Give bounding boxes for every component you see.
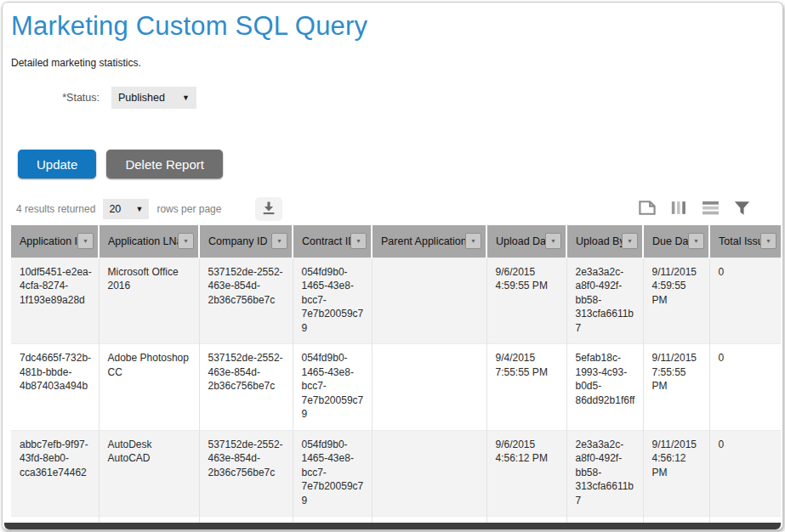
results-table: Application ID▼Application LName▼Company… — [11, 225, 781, 530]
column-header: Application ID▼ — [11, 225, 99, 258]
table-cell — [372, 430, 486, 517]
table-row[interactable]: 10df5451-e2ea-4cfa-8274-1f193e89a28dMicr… — [11, 258, 781, 344]
table-cell: 054fd9b0-1465-43e8-bcc7-7e7b20059c79 — [293, 430, 372, 517]
column-menu-button[interactable]: ▼ — [271, 233, 287, 249]
app-window: Marketing Custom SQL Query Detailed mark… — [2, 2, 783, 530]
column-header-label: Upload Date — [496, 235, 545, 247]
table-cell: 9/4/2015 7:55:55 PM — [486, 344, 566, 431]
chevron-down-icon: ▼ — [276, 238, 282, 244]
page-size-select[interactable]: 20 ▼ — [103, 199, 149, 219]
status-label: *Status: — [55, 92, 100, 104]
table-cell: 9/6/2015 4:59:55 PM — [486, 258, 566, 344]
rows-per-page-label: rows per page — [156, 203, 221, 215]
table-cell: 054fd9b0-1465-43e8-bcc7-7e7b20059c79 — [293, 344, 372, 431]
column-header: Company ID▼ — [199, 225, 293, 258]
results-count: 4 results returned — [16, 203, 95, 215]
columns-view-button[interactable] — [668, 200, 689, 218]
column-menu-button[interactable]: ▼ — [465, 233, 481, 249]
column-menu-button[interactable]: ▼ — [622, 233, 638, 249]
column-header-label: Company ID — [208, 235, 267, 247]
column-header-label: Application ID — [20, 235, 77, 247]
results-bar: 4 results returned 20 ▼ rows per page — [11, 196, 776, 222]
table-cell: 537152de-2552-463e-854d-2b36c756be7c — [199, 258, 293, 344]
table-cell: 2e3a3a2c-a8f0-492f-bb58-313cfa6611b7 — [566, 258, 643, 344]
table-row[interactable]: abbc7efb-9f97-43fd-8eb0-cca361e74462Auto… — [11, 430, 781, 517]
column-menu-button[interactable]: ▼ — [350, 233, 367, 249]
page-icon — [638, 200, 657, 218]
column-header-label: Application LName — [108, 235, 178, 247]
column-header-label: Contract ID — [302, 235, 350, 247]
table-cell: 5efab18c-1993-4c93-b0d5-86dd92b1f6ff — [566, 344, 643, 431]
columns-icon — [671, 200, 686, 218]
status-select[interactable]: Published ▼ — [111, 87, 196, 109]
chevron-down-icon: ▼ — [182, 93, 190, 102]
column-header-label: Parent Application ID — [381, 235, 465, 247]
rows-view-button[interactable] — [700, 200, 720, 218]
delete-report-button[interactable]: Delete Report — [106, 150, 223, 178]
table-cell: 0 — [709, 430, 781, 517]
button-row: Update Delete Report — [11, 150, 776, 178]
status-select-value: Published — [118, 92, 165, 104]
table-cell: 537152de-2552-463e-854d-2b36c756be7c — [199, 430, 293, 517]
table-cell: 0 — [709, 344, 781, 431]
table-cell: 9/11/2015 4:56:12 PM — [643, 430, 709, 517]
update-button[interactable]: Update — [18, 150, 96, 178]
table-header: Application ID▼Application LName▼Company… — [11, 225, 781, 258]
table-row[interactable]: 7dc4665f-732b-481b-bbde-4b87403a494bAdob… — [11, 344, 781, 431]
table-cell: 0 — [709, 258, 781, 344]
page-subtitle: Detailed marketing statistics. — [11, 57, 776, 70]
window-bottom-bar — [4, 523, 781, 529]
table-cell: 9/11/2015 7:55:55 PM — [643, 344, 709, 431]
chevron-down-icon: ▼ — [693, 238, 699, 244]
table-cell: 9/11/2015 4:59:55 PM — [643, 258, 709, 344]
chevron-down-icon: ▼ — [356, 238, 361, 244]
report-page: Marketing Custom SQL Query Detailed mark… — [3, 3, 782, 530]
chevron-down-icon: ▼ — [765, 238, 771, 244]
table-cell: AutoDesk AutoCAD — [99, 430, 199, 517]
grid-toolbar-icons — [637, 200, 771, 218]
rows-icon — [702, 201, 720, 218]
table-cell — [372, 258, 486, 344]
chevron-down-icon: ▼ — [470, 238, 476, 244]
page-title: Marketing Custom SQL Query — [11, 8, 776, 45]
table-cell: 054fd9b0-1465-43e8-bcc7-7e7b20059c79 — [293, 258, 372, 344]
page-view-button[interactable] — [637, 200, 657, 218]
column-header: Upload Date▼ — [486, 225, 566, 258]
download-button[interactable] — [255, 197, 282, 221]
chevron-down-icon: ▼ — [82, 238, 88, 244]
page-size-value: 20 — [109, 203, 121, 215]
table-cell — [372, 344, 486, 431]
table-cell: Adobe Photoshop CC — [99, 344, 199, 431]
table-cell: 7dc4665f-732b-481b-bbde-4b87403a494b — [11, 344, 99, 431]
table-cell: abbc7efb-9f97-43fd-8eb0-cca361e74462 — [11, 430, 99, 517]
column-menu-button[interactable]: ▼ — [178, 233, 194, 249]
table-cell: Microsoft Office 2016 — [99, 258, 199, 344]
filter-icon — [734, 201, 750, 218]
status-row: *Status: Published ▼ — [11, 87, 776, 109]
column-header: Parent Application ID▼ — [372, 225, 486, 258]
table-body: 10df5451-e2ea-4cfa-8274-1f193e89a28dMicr… — [11, 258, 781, 530]
column-header: Application LName▼ — [99, 225, 199, 258]
column-header: Due Date▼ — [643, 225, 709, 258]
column-menu-button[interactable]: ▼ — [77, 233, 94, 249]
filter-button[interactable] — [731, 200, 752, 218]
table-cell: 537152de-2552-463e-854d-2b36c756be7c — [199, 344, 293, 431]
chevron-down-icon: ▼ — [183, 238, 189, 244]
table-cell: 9/6/2015 4:56:12 PM — [486, 430, 566, 517]
column-menu-button[interactable]: ▼ — [545, 233, 561, 249]
column-header: Contract ID▼ — [293, 225, 372, 258]
column-menu-button[interactable]: ▼ — [688, 233, 704, 249]
column-header-label: Total Issues — [719, 235, 760, 247]
chevron-down-icon: ▼ — [135, 205, 143, 213]
column-menu-button[interactable]: ▼ — [760, 233, 776, 249]
column-header-label: Due Date — [652, 235, 688, 247]
table-cell: 2e3a3a2c-a8f0-492f-bb58-313cfa6611b7 — [566, 430, 643, 517]
download-icon — [260, 200, 277, 218]
column-header-label: Upload By — [576, 235, 622, 247]
chevron-down-icon: ▼ — [550, 238, 556, 244]
column-header: Total Issues▼ — [709, 225, 781, 258]
column-header: Upload By▼ — [566, 225, 643, 258]
chevron-down-icon: ▼ — [627, 238, 633, 244]
table-cell: 10df5451-e2ea-4cfa-8274-1f193e89a28d — [11, 258, 99, 344]
table-header-row: Application ID▼Application LName▼Company… — [11, 225, 781, 258]
